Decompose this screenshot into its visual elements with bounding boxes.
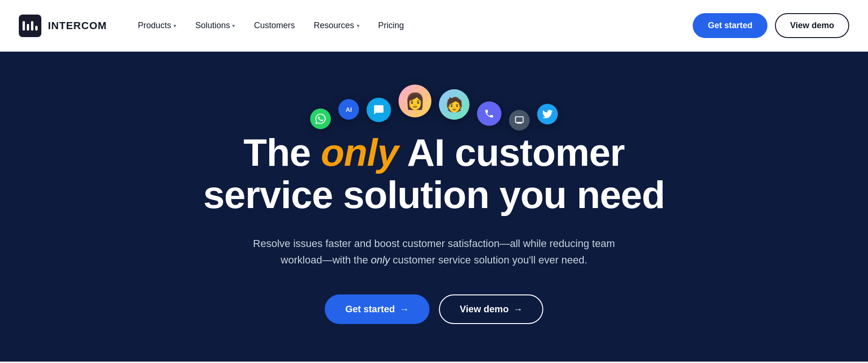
nav-actions: Get started View demo bbox=[693, 13, 849, 38]
nav-item-products[interactable]: Products ▾ bbox=[130, 17, 184, 34]
logo-link[interactable]: INTERCOM bbox=[19, 15, 107, 37]
nav-item-resources[interactable]: Resources ▾ bbox=[306, 17, 367, 34]
nav-get-started-button[interactable]: Get started bbox=[693, 13, 767, 38]
screen-share-icon bbox=[509, 110, 530, 131]
nav-item-solutions[interactable]: Solutions ▾ bbox=[188, 17, 242, 34]
hero-section: AI 👩 🧑 The only AI customer service solu… bbox=[0, 52, 868, 362]
nav-links: Products ▾ Solutions ▾ Customers Resourc… bbox=[130, 17, 693, 34]
hero-title-highlight: only bbox=[321, 131, 399, 174]
avatar-female: 👩 bbox=[399, 85, 431, 117]
chat-icon bbox=[367, 98, 391, 122]
floating-icons: AI 👩 🧑 bbox=[310, 80, 558, 122]
whatsapp-icon bbox=[310, 108, 331, 129]
nav-item-customers[interactable]: Customers bbox=[246, 17, 302, 34]
brand-name: INTERCOM bbox=[48, 20, 107, 32]
chevron-down-icon: ▾ bbox=[232, 23, 235, 29]
hero-get-started-button[interactable]: Get started → bbox=[325, 294, 430, 324]
ai-badge-icon: AI bbox=[338, 99, 359, 120]
hero-view-demo-button[interactable]: View demo → bbox=[439, 294, 543, 324]
navbar: INTERCOM Products ▾ Solutions ▾ Customer… bbox=[0, 0, 868, 52]
logo-icon bbox=[19, 15, 41, 37]
chevron-down-icon: ▾ bbox=[357, 23, 360, 29]
hero-title-before: The bbox=[243, 131, 321, 174]
chevron-down-icon: ▾ bbox=[173, 23, 176, 29]
twitter-icon bbox=[537, 104, 558, 124]
hero-title: The only AI customer service solution yo… bbox=[176, 131, 693, 216]
arrow-right-icon: → bbox=[399, 304, 409, 315]
hero-subtitle: Resolve issues faster and boost customer… bbox=[251, 235, 618, 268]
nav-item-pricing[interactable]: Pricing bbox=[371, 17, 412, 34]
phone-icon bbox=[477, 101, 501, 126]
nav-view-demo-button[interactable]: View demo bbox=[775, 13, 849, 38]
hero-buttons: Get started → View demo → bbox=[325, 294, 544, 324]
arrow-right-icon: → bbox=[513, 304, 523, 315]
avatar-male: 🧑 bbox=[439, 89, 469, 120]
